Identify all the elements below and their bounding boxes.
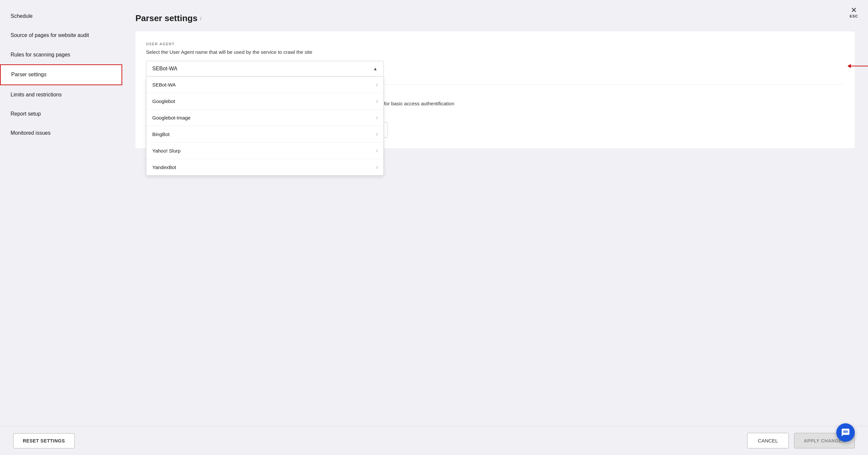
dropdown-selected-value: SEBot-WA [152,66,177,72]
dropdown-option-bingbot[interactable]: BingBot i [146,126,383,143]
dropdown-option-label: Yahoo! Slurp [152,148,181,154]
esc-label: ESC [849,14,858,18]
dropdown-list: SEBot-WA i Googlebot i Googlebot-Image i… [146,76,384,176]
settings-panel: USER AGENT Select the User Agent name th… [135,31,855,148]
bottom-bar: RESET SETTINGS CANCEL APPLY CHANGES [0,426,868,455]
reset-settings-button[interactable]: RESET SETTINGS [13,433,75,448]
info-icon-yandexbot[interactable]: i [376,165,377,170]
close-button[interactable]: ✕ ESC [849,7,858,18]
user-agent-label: USER AGENT [146,42,844,46]
arrow-line [851,66,868,66]
close-icon: ✕ [851,7,857,14]
sidebar: Schedule Source of pages for website aud… [0,0,122,426]
dropdown-option-label: Googlebot-Image [152,115,191,121]
user-agent-description: Select the User Agent name that will be … [146,49,844,55]
sidebar-item-limits-restrictions[interactable]: Limits and restrictions [0,85,122,104]
info-icon-googlebot[interactable]: i [376,99,377,104]
dropdown-option-yandexbot[interactable]: YandexBot i [146,159,383,175]
sidebar-item-monitored-issues[interactable]: Monitored issues [0,124,122,143]
title-info-icon[interactable]: i [200,16,201,21]
info-icon-googlebot-image[interactable]: i [376,115,377,120]
dropdown-option-sebot-wa[interactable]: SEBot-WA i [146,76,383,93]
sidebar-item-rules-scanning[interactable]: Rules for scanning pages [0,45,122,64]
user-agent-dropdown[interactable]: SEBot-WA ▲ [146,61,384,76]
chat-icon [841,428,850,437]
dropdown-option-label: SEBot-WA [152,82,176,88]
sidebar-item-source-pages[interactable]: Source of pages for website audit [0,26,122,45]
dropdown-option-googlebot-image[interactable]: Googlebot-Image i [146,109,383,126]
chevron-up-icon: ▲ [373,66,377,71]
page-title-text: Parser settings [135,13,197,24]
dropdown-option-label: Googlebot [152,98,175,104]
cancel-button[interactable]: CANCEL [747,433,789,448]
dropdown-option-yahoo-slurp[interactable]: Yahoo! Slurp i [146,143,383,159]
page-title: Parser settings i [135,13,855,24]
dropdown-option-googlebot[interactable]: Googlebot i [146,93,383,109]
content-area: ✕ ESC Parser settings i USER AGENT Selec… [122,0,868,426]
dropdown-option-label: YandexBot [152,164,176,170]
info-icon-bingbot[interactable]: i [376,132,377,137]
user-agent-dropdown-wrapper: SEBot-WA ▲ SEBot-WA i Googlebot [146,61,844,76]
arrow-annotation [847,64,868,68]
info-icon-sebot[interactable]: i [376,82,377,87]
sidebar-item-schedule[interactable]: Schedule [0,7,122,26]
chat-bubble-button[interactable] [836,423,855,442]
info-icon-yahoo-slurp[interactable]: i [376,148,377,153]
arrow-head [847,64,851,68]
sidebar-item-report-setup[interactable]: Report setup [0,104,122,124]
dropdown-option-label: BingBot [152,131,170,137]
sidebar-item-parser-settings[interactable]: Parser settings [0,64,122,85]
